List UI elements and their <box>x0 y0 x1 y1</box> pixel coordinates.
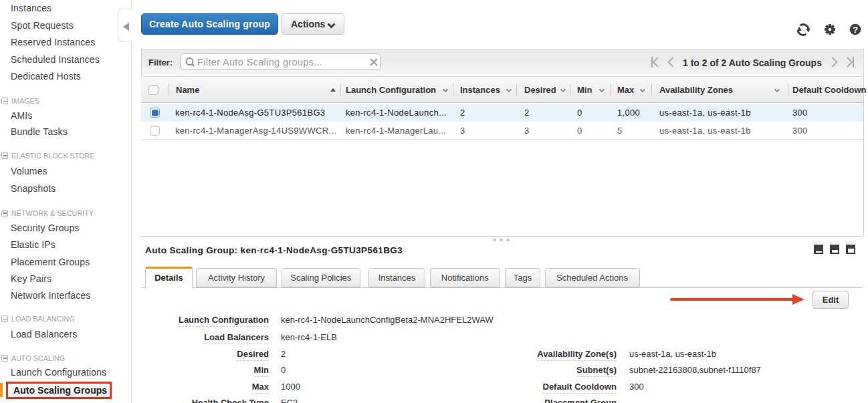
svg-text:?: ? <box>853 25 858 35</box>
